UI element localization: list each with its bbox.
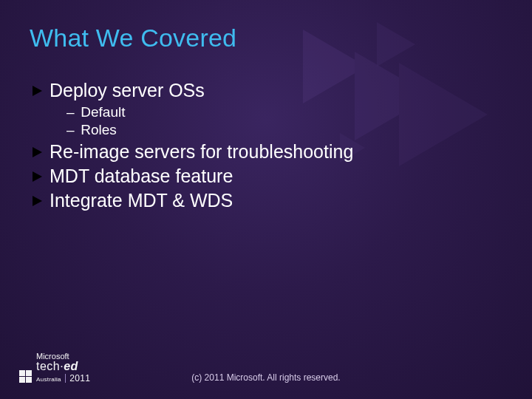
bullet-level2: – Roles: [66, 122, 476, 138]
bullet-list: Deploy server OSs – Default – Roles Re-i…: [33, 77, 476, 214]
logo-product-b: ed: [64, 360, 78, 372]
bullet-text: Deploy server OSs: [50, 80, 205, 101]
bullet-level1: Re-image servers for troubleshooting: [33, 141, 476, 163]
bullet-text: Re-image servers for troubleshooting: [50, 141, 353, 163]
bullet-level2: – Default: [66, 104, 476, 120]
logo-product-a: tech: [36, 360, 60, 372]
arrow-right-icon: [33, 147, 42, 157]
arrow-right-icon: [33, 196, 42, 206]
bullet-level1: Deploy server OSs: [33, 80, 476, 101]
bullet-level1: Integrate MDT & WDS: [33, 190, 476, 211]
dash-icon: –: [66, 104, 77, 120]
bullet-text: Integrate MDT & WDS: [50, 190, 233, 211]
footer-copyright: (c) 2011 Microsoft. All rights reserved.: [0, 372, 532, 383]
arrow-right-icon: [33, 171, 42, 182]
bullet-text: Roles: [81, 122, 117, 137]
bullet-text: Default: [81, 104, 125, 120]
slide-title: What We Covered: [30, 24, 236, 52]
dash-icon: –: [66, 122, 77, 138]
bullet-text: MDT database feature: [50, 166, 233, 187]
arrow-right-icon: [33, 86, 42, 96]
slide: What We Covered Deploy server OSs – Defa…: [0, 0, 532, 399]
bullet-level1: MDT database feature: [33, 166, 476, 187]
